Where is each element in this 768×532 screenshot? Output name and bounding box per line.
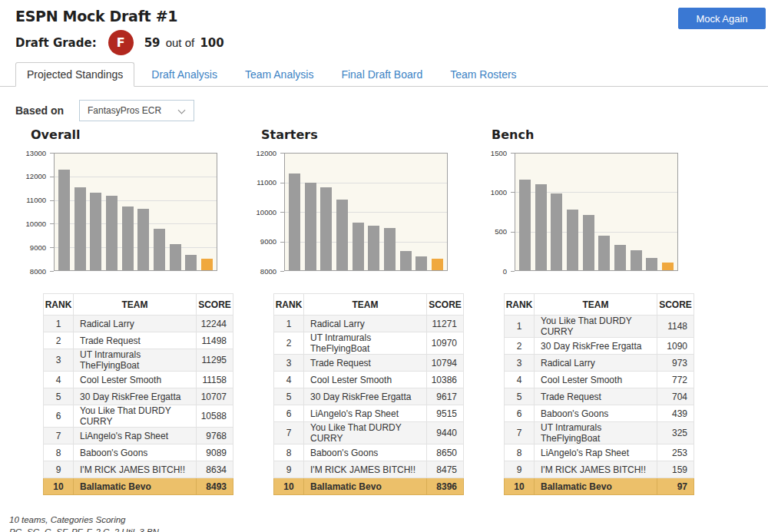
starters-standings-table: RANK TEAM SCORE 1Radical Larry112712UT I… [273, 293, 464, 495]
mock-again-button[interactable]: Mock Again [678, 8, 766, 29]
table-row: 7You Like That DURDY CURRY9440 [274, 422, 464, 444]
y-axis-tick-label: 9000 [246, 237, 276, 246]
section-bench: Bench 050010001500 RANK TEAM SCORE 1You … [476, 121, 707, 495]
chart-bar [368, 226, 379, 270]
team-cell: You Like That DURDY CURRY [535, 316, 657, 338]
score-cell: 325 [657, 422, 694, 444]
y-axis-tick [511, 271, 515, 272]
chart-bar [583, 215, 594, 270]
chart-bar [320, 187, 332, 270]
league-settings-footer: 10 teams, Categories Scoring PG, SG, G, … [9, 514, 768, 532]
grade-score-separator: out of [166, 36, 195, 49]
chart-bar [122, 207, 134, 270]
team-cell: Trade Request [74, 332, 197, 349]
column-header-rank: RANK [274, 294, 304, 316]
chart-bar [432, 259, 443, 270]
rank-cell: 7 [44, 428, 74, 444]
y-axis-tick [280, 183, 284, 183]
team-cell: Baboon's Goons [74, 444, 197, 461]
rank-cell: 4 [44, 372, 74, 388]
score-cell: 11271 [427, 316, 464, 332]
bars-group [55, 154, 217, 270]
table-row: 230 Day RiskFree Ergatta1090 [505, 338, 694, 355]
score-cell: 704 [657, 388, 694, 405]
chart-bar [535, 184, 547, 270]
rank-cell: 9 [274, 461, 304, 478]
y-axis-tick [511, 153, 515, 154]
team-cell: Ballamatic Bevo [304, 478, 427, 495]
rank-cell: 6 [274, 405, 304, 422]
y-axis-tick [280, 242, 284, 243]
chart-bar [305, 183, 316, 270]
score-cell: 12244 [197, 316, 233, 332]
chart-bar [58, 170, 70, 270]
y-axis-tick [511, 192, 515, 193]
chart-plot-area [284, 153, 448, 271]
table-row: 2Trade Request11498 [44, 332, 233, 349]
rank-cell: 5 [274, 388, 304, 405]
bench-standings-table: RANK TEAM SCORE 1You Like That DURDY CUR… [504, 293, 694, 495]
score-cell: 159 [657, 461, 694, 478]
team-cell: Radical Larry [74, 316, 197, 332]
rank-cell: 6 [505, 405, 535, 422]
tab-team-analysis[interactable]: Team Analysis [234, 63, 324, 86]
table-row: 6LiAngelo's Rap Sheet9515 [274, 405, 464, 422]
ranking-source-dropdown[interactable]: FantasyPros ECR [79, 100, 194, 121]
overall-bar-chart: 8000900010000110001200013000 [15, 145, 246, 277]
y-axis-tick-label: 0 [476, 267, 507, 276]
table-row: 530 Day RiskFree Ergatta10707 [44, 388, 233, 405]
column-header-rank: RANK [44, 294, 74, 316]
based-on-row: Based on FantasyPros ECR [15, 100, 753, 121]
chart-bar [353, 223, 364, 270]
chart-bar [400, 251, 412, 270]
tab-draft-analysis[interactable]: Draft Analysis [141, 63, 228, 86]
league-settings-line2: PG, SG, G, SF, PF, F, 2 C, 2 Util, 3 BN [9, 526, 768, 532]
tab-team-rosters[interactable]: Team Rosters [439, 63, 527, 86]
team-cell: You Like That DURDY CURRY [74, 405, 197, 428]
y-axis-tick [280, 153, 284, 154]
rank-cell: 10 [274, 478, 304, 495]
tab-projected-standings[interactable]: Projected Standings [15, 62, 134, 87]
table-header-row: RANK TEAM SCORE [274, 294, 464, 316]
y-axis-tick-label: 8000 [15, 267, 46, 276]
rank-cell: 2 [274, 332, 304, 355]
starters-bar-chart: 80009000100001100012000 [246, 145, 476, 277]
chart-bar [74, 187, 86, 270]
draft-grade-label: Draft Grade: [15, 36, 97, 50]
team-cell: 30 Day RiskFree Ergatta [74, 388, 197, 405]
chart-bar [154, 229, 165, 270]
team-cell: UT Intramurals TheFlyingBoat [535, 422, 657, 444]
rank-cell: 3 [505, 355, 535, 372]
y-axis-tick [50, 200, 54, 201]
rank-cell: 1 [44, 316, 74, 332]
rank-cell: 1 [505, 316, 535, 338]
rank-cell: 4 [505, 372, 535, 388]
chart-bar [662, 263, 674, 270]
y-axis-tick-label: 12000 [246, 149, 276, 157]
team-cell: LiAngelo's Rap Sheet [74, 428, 197, 444]
score-cell: 10588 [197, 405, 233, 428]
score-cell: 9089 [197, 444, 233, 461]
bars-group [285, 154, 447, 270]
chart-bar [201, 259, 213, 270]
y-axis-tick [50, 223, 54, 224]
table-row: 1You Like That DURDY CURRY1148 [505, 316, 694, 338]
table-row: 3UT Intramurals TheFlyingBoat11295 [44, 349, 233, 372]
y-axis-tick [280, 271, 284, 272]
table-row: 7LiAngelo's Rap Sheet9768 [44, 428, 233, 444]
chart-bar [384, 228, 396, 270]
y-axis-tick-label: 13000 [15, 149, 46, 157]
chart-bar [289, 173, 300, 270]
chart-bar [170, 244, 181, 270]
rank-cell: 9 [505, 461, 535, 478]
tab-final-draft-board[interactable]: Final Draft Board [330, 63, 433, 86]
section-title: Overall [31, 127, 246, 142]
y-axis-tick [50, 153, 54, 154]
section-title: Starters [261, 127, 476, 142]
team-cell: Trade Request [304, 355, 427, 372]
table-row: 1Radical Larry12244 [44, 316, 233, 332]
rank-cell: 2 [44, 332, 74, 349]
bench-bar-chart: 050010001500 [476, 145, 707, 277]
chart-bar [631, 250, 642, 270]
team-cell: You Like That DURDY CURRY [304, 422, 427, 444]
